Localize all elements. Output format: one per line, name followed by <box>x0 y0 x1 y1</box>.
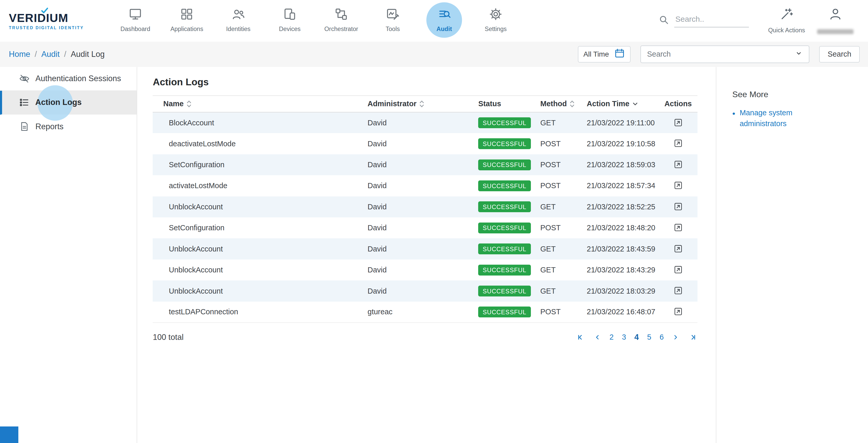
pagination-page-6[interactable]: 6 <box>659 333 664 342</box>
table-row: SetConfigurationDavidSUCCESSFULPOST21/03… <box>153 217 698 238</box>
pagination-last-button[interactable] <box>687 332 698 343</box>
nav-item-settings[interactable]: Settings <box>470 0 521 41</box>
row-actions <box>659 112 698 133</box>
status-badge: SUCCESSFUL <box>478 159 531 170</box>
pagination-pages: 23456 <box>610 333 664 342</box>
nav-label: Dashboard <box>120 26 150 33</box>
open-log-icon <box>673 223 683 233</box>
row-administrator: David <box>368 112 478 133</box>
row-action-time: 21/03/2022 19:11:00 <box>587 112 659 133</box>
audit-log-filters: All Time Search Search <box>578 46 860 63</box>
nav-item-applications[interactable]: Applications <box>161 0 213 41</box>
sidebar-item-action-logs[interactable]: Action Logs <box>0 91 137 115</box>
column-header-administrator[interactable]: Administrator <box>368 96 478 112</box>
row-name: UnblockAccount <box>153 280 367 301</box>
pagination-next-button[interactable] <box>671 333 680 342</box>
time-range-button[interactable]: All Time <box>578 46 630 63</box>
open-log-button[interactable] <box>671 137 685 149</box>
open-log-button[interactable] <box>671 264 685 276</box>
open-log-button[interactable] <box>671 200 685 212</box>
quick-actions-button[interactable]: Quick Actions <box>762 0 811 41</box>
sidebar-item-authentication-sessions[interactable]: Authentication Sessions <box>0 67 137 91</box>
pagination-page-5[interactable]: 5 <box>647 333 651 342</box>
status-badge: SUCCESSFUL <box>478 265 531 275</box>
global-search-input[interactable] <box>674 15 749 27</box>
open-log-icon <box>673 306 683 317</box>
column-header-name[interactable]: Name <box>153 96 367 112</box>
column-header-method[interactable]: Method <box>540 96 587 112</box>
calendar-icon <box>614 48 625 61</box>
table-row: UnblockAccountDavidSUCCESSFULGET21/03/20… <box>153 260 698 280</box>
pagination-prev-button[interactable] <box>593 333 602 342</box>
open-log-button[interactable] <box>671 158 685 171</box>
open-log-button[interactable] <box>671 116 685 128</box>
topbar-right: Quick Actions <box>658 0 860 41</box>
nav-item-tools[interactable]: Tools <box>367 0 418 41</box>
pagination: 23456 <box>576 332 698 343</box>
open-log-button[interactable] <box>671 222 685 234</box>
row-action-time: 21/03/2022 18:59:03 <box>587 154 659 175</box>
breadcrumb-bar: Home / Audit / Audit Log All Time Search… <box>0 41 868 67</box>
open-log-button[interactable] <box>671 242 685 255</box>
action-logs-list-icon <box>19 97 30 108</box>
pagination-first-button[interactable] <box>576 332 586 343</box>
pagination-page-2[interactable]: 2 <box>610 333 614 342</box>
row-name: testLDAPConnection <box>153 302 367 323</box>
row-status: SUCCESSFUL <box>478 217 540 238</box>
devices-icon <box>283 7 297 22</box>
row-name: UnblockAccount <box>153 197 367 217</box>
column-header-action-time[interactable]: Action Time <box>587 96 659 112</box>
nav-item-audit[interactable]: Audit <box>418 0 470 41</box>
nav-item-devices[interactable]: Devices <box>264 0 315 41</box>
pagination-page-4[interactable]: 4 <box>634 333 639 342</box>
time-range-label: All Time <box>583 50 609 58</box>
global-search <box>658 14 749 27</box>
row-action-time: 21/03/2022 18:03:29 <box>587 280 659 301</box>
search-filter-dropdown[interactable]: Search <box>641 46 809 63</box>
nav-item-orchestrator[interactable]: Orchestrator <box>315 0 367 41</box>
breadcrumb-audit[interactable]: Audit <box>41 50 60 59</box>
column-label: Actions <box>664 99 692 108</box>
top-navigation-bar: VERIDIUM TRUSTED DIGITAL IDENTITY Dashbo… <box>0 0 868 41</box>
see-more-title: See More <box>733 90 857 99</box>
search-button[interactable]: Search <box>819 46 860 63</box>
nav-item-dashboard[interactable]: Dashboard <box>110 0 161 41</box>
corner-widget[interactable] <box>0 426 18 443</box>
table-row: UnblockAccountDavidSUCCESSFULGET21/03/20… <box>153 197 698 217</box>
search-filter-value: Search <box>647 50 671 58</box>
see-more-panel: See More Manage system administrators <box>716 67 868 443</box>
nav-label: Devices <box>279 26 301 33</box>
nav-label: Tools <box>386 26 400 33</box>
sidebar-item-reports[interactable]: Reports <box>0 115 137 139</box>
search-icon[interactable] <box>658 14 669 27</box>
row-administrator: David <box>368 154 478 175</box>
open-log-button[interactable] <box>671 305 685 318</box>
row-status: SUCCESSFUL <box>478 154 540 175</box>
breadcrumb-home[interactable]: Home <box>9 50 30 59</box>
row-actions <box>659 197 698 217</box>
row-actions <box>659 133 698 154</box>
manage-system-administrators-link[interactable]: Manage system administrators <box>740 108 810 129</box>
row-action-time: 21/03/2022 18:48:20 <box>587 217 659 238</box>
open-log-button[interactable] <box>671 285 685 297</box>
table-row: UnblockAccountDavidSUCCESSFULGET21/03/20… <box>153 280 698 301</box>
row-actions <box>659 217 698 238</box>
row-administrator: David <box>368 175 478 196</box>
table-row: testLDAPConnectiongtureacSUCCESSFULPOST2… <box>153 302 698 323</box>
identities-icon <box>231 7 246 22</box>
table-row: activateLostModeDavidSUCCESSFULPOST21/03… <box>153 175 698 196</box>
row-actions <box>659 260 698 280</box>
nav-item-identities[interactable]: Identities <box>213 0 264 41</box>
veridium-logo[interactable]: VERIDIUM TRUSTED DIGITAL IDENTITY <box>9 11 90 30</box>
total-count: 100 total <box>153 333 183 342</box>
pagination-page-3[interactable]: 3 <box>622 333 626 342</box>
row-name: SetConfiguration <box>153 217 367 238</box>
row-name: UnblockAccount <box>153 238 367 259</box>
sort-both-icon <box>570 100 575 108</box>
user-menu[interactable] <box>811 0 860 41</box>
status-badge: SUCCESSFUL <box>478 201 531 212</box>
row-actions <box>659 302 698 323</box>
open-log-button[interactable] <box>671 179 685 191</box>
column-header-status: Status <box>478 96 540 112</box>
see-more-list: Manage system administrators <box>733 108 857 129</box>
